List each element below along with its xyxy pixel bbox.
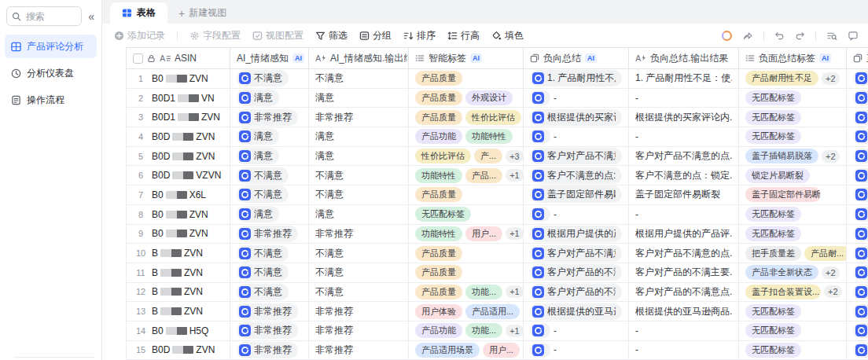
comment-icon[interactable] [848,31,859,41]
table-row[interactable]: 12 B ZVN 不满意 不满意 产品质量功能...+1 客户对产品的不满...… [126,283,868,303]
tag-overflow-count[interactable]: +1 [506,325,524,337]
cell-negative-tags[interactable]: 无匹配标签 [739,302,847,321]
cell-negative-summary[interactable]: 客户对产品的不满... [524,263,629,282]
tag-overflow-count[interactable]: +1 [506,169,524,182]
ai-summary-pill[interactable]: 客户对产品不满意... [530,245,622,262]
cell-asin[interactable]: 4 B0D ZVN [126,127,230,146]
tag-overflow-count[interactable]: +2 [822,72,840,85]
cell-smart-tags[interactable]: 产品功能功能特性 [409,127,524,146]
select-all-checkbox[interactable] [133,53,143,64]
ai-summary-pill[interactable]: 客户对产品的不满... [530,284,622,300]
cell-asin[interactable]: 6 B0D VZVN [126,166,230,185]
cell-negative-summary-output[interactable]: - [629,341,739,360]
cell-sentiment-output[interactable]: 不满意 [309,263,409,282]
tag-pill[interactable]: 产品耐用性不足 [745,71,818,86]
toolbar-button-0[interactable]: 添加记录 [114,29,165,42]
cell-positive-summary[interactable] [847,205,868,224]
cell-negative-summary-output[interactable]: 客户不满意的点：锁定... [629,166,739,185]
column-header-3[interactable]: 智能标签 AI [409,48,524,68]
cell-negative-tags[interactable]: 把手质量差产品耐... [739,244,847,263]
table-row[interactable]: 5 B0D ZVN 满意 满意 性价比评估产...+3 客户对产品不满意... … [126,147,868,167]
cell-negative-summary-output[interactable]: 根据提供的买家评论内... [629,108,739,127]
cell-smart-tags[interactable]: 产品质量 [409,263,524,282]
cell-negative-tags[interactable]: 无匹配标签 [739,205,847,224]
tag-pill[interactable]: 无匹配标签 [415,207,471,222]
cell-smart-tags[interactable]: 用户体验产品适用... [409,302,524,321]
tag-pill[interactable]: 无匹配标签 [745,110,801,125]
ai-summary-pill[interactable] [530,90,550,105]
cell-sentiment-output[interactable]: 不满意 [309,186,409,204]
tag-pill[interactable]: 无匹配标签 [745,343,801,358]
ai-summary-pill[interactable] [530,129,550,144]
search-box[interactable] [6,6,82,26]
cell-positive-summary[interactable] [847,89,868,108]
cell-smart-tags[interactable]: 功能特性用户...+1 [409,225,524,244]
cell-smart-tags[interactable]: 产品质量性价比评估 [409,108,524,127]
table-row[interactable]: 13 B ZVN 非常推荐 非常推荐 用户体验产品适用... 根据提供的亚马逊.… [126,302,868,321]
cell-negative-summary[interactable]: 客户对产品不满意... [524,147,629,166]
cell-negative-tags[interactable]: 盖子固定部件易断裂 [739,186,847,204]
cell-sentiment-output[interactable]: 非常推荐 [309,225,409,244]
cell-negative-summary[interactable]: 根据提供的亚马逊... [524,302,629,321]
ai-summary-pill[interactable] [530,343,550,358]
tag-pill[interactable]: 功能特性 [415,168,462,183]
tag-pill[interactable]: 功能特性 [415,226,462,241]
cell-positive-summary[interactable] [847,69,868,88]
cell-negative-summary-output[interactable]: 客户对产品不满意的点... [629,147,739,166]
cell-sentiment-output[interactable]: 不满意 [309,244,409,263]
tag-pill[interactable]: 无匹配标签 [745,323,801,338]
column-header-1[interactable]: AI_情绪感知 AI [230,48,309,68]
tag-overflow-count[interactable]: +1 [506,285,524,298]
tag-pill[interactable]: 功能... [465,323,502,338]
cell-negative-summary[interactable]: - [524,205,629,224]
cell-negative-tags[interactable]: 无匹配标签 [739,225,847,244]
cell-sentiment-output[interactable]: 不满意 [309,283,409,302]
cell-negative-summary[interactable]: 盖子固定部件易断裂 [524,186,629,204]
cell-asin[interactable]: 12 B ZVN [126,283,230,302]
cell-negative-summary[interactable]: 1. 产品耐用性不足... [524,69,629,88]
table-row[interactable]: 9 B0 ZVN 非常推荐 非常推荐 功能特性用户...+1 根据用户提供的产.… [126,225,868,244]
cell-positive-summary[interactable] [847,166,868,185]
table-row[interactable]: 14 B0 H5Q 非常推荐 非常推荐 产品功能功能...+1 - - 无匹配标… [126,321,868,341]
cell-sentiment[interactable]: 不满意 [230,186,309,204]
cell-negative-summary[interactable]: 根据用户提供的产... [524,225,629,244]
cell-negative-tags[interactable]: 无匹配标签 [739,321,847,340]
cell-negative-tags[interactable]: 无匹配标签 [739,341,847,360]
tag-pill[interactable]: 产品质量 [415,90,462,105]
cell-negative-summary[interactable]: - [524,127,629,146]
cell-sentiment[interactable]: 满意 [230,127,309,146]
tag-pill[interactable]: 无匹配标签 [745,207,801,222]
cell-sentiment[interactable]: 满意 [230,147,309,166]
cell-asin[interactable]: 10 B ZVN [126,244,230,263]
cell-negative-summary-output[interactable]: 客户对产品不满意的点... [629,244,739,263]
cell-negative-summary-output[interactable]: 根据提供的亚马逊商品... [629,302,739,321]
cell-sentiment[interactable]: 不满意 [230,263,309,282]
ai-summary-pill[interactable] [530,323,550,338]
table-row[interactable]: 15 B0D ZVN 非常推荐 非常推荐 产品适用场景用户... - - 无匹配… [126,341,868,360]
cell-negative-summary-output[interactable]: 根据用户提供的产品评... [629,225,739,244]
cell-positive-summary[interactable] [847,302,868,321]
cell-sentiment[interactable]: 满意 [230,205,309,224]
ai-summary-pill[interactable]: 1. 产品耐用性不足... [530,70,622,86]
tag-pill[interactable]: 用户... [483,343,520,358]
cell-negative-summary-output[interactable]: 客户对产品的不满意点... [629,283,739,302]
table-row[interactable]: 1 B0 ZVN 不满意 不满意 产品质量 1. 产品耐用性不足... 1. 产… [126,69,868,89]
cell-sentiment-output[interactable]: 不满意 [309,166,409,185]
tag-pill[interactable]: 产品耐... [804,246,847,261]
tag-pill[interactable]: 无匹配标签 [745,90,801,105]
tag-pill[interactable]: 用户... [465,226,502,241]
cell-positive-summary[interactable] [847,186,868,204]
cell-sentiment[interactable]: 非常推荐 [230,321,309,340]
tag-overflow-count[interactable]: +2 [824,285,842,298]
cell-smart-tags[interactable]: 功能特性产品...+1 [409,166,524,185]
search-records-icon[interactable] [826,31,837,41]
cell-sentiment[interactable]: 非常推荐 [230,302,309,321]
tag-overflow-count[interactable]: +2 [822,266,840,279]
tag-pill[interactable]: 产品质量 [415,187,462,202]
cell-negative-tags[interactable]: 锁定片易断裂 [739,166,847,185]
cell-asin[interactable]: 9 B0 ZVN [126,225,230,244]
undo-icon[interactable] [774,31,785,41]
cell-asin[interactable]: 11 B ZVN [126,263,230,282]
cell-sentiment[interactable]: 非常推荐 [230,108,309,127]
table-row[interactable]: 3 B0D1 ZVN 非常推荐 非常推荐 产品质量性价比评估 根据提供的买家评.… [126,108,868,127]
